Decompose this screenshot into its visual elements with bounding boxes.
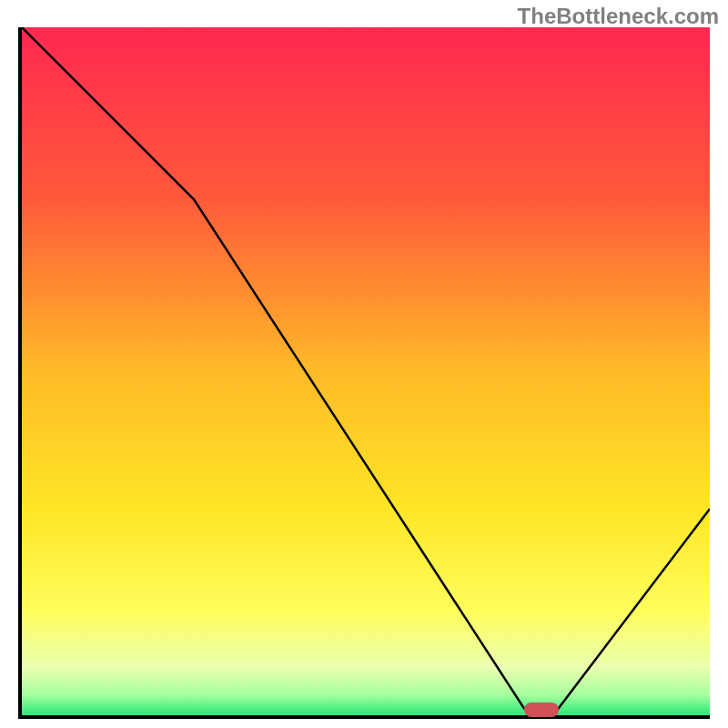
optimal-marker bbox=[524, 703, 559, 717]
watermark-text: TheBottleneck.com bbox=[518, 4, 719, 29]
chart-container: TheBottleneck.com bbox=[0, 0, 728, 728]
plot-area bbox=[18, 27, 710, 719]
bottleneck-curve bbox=[22, 27, 710, 715]
